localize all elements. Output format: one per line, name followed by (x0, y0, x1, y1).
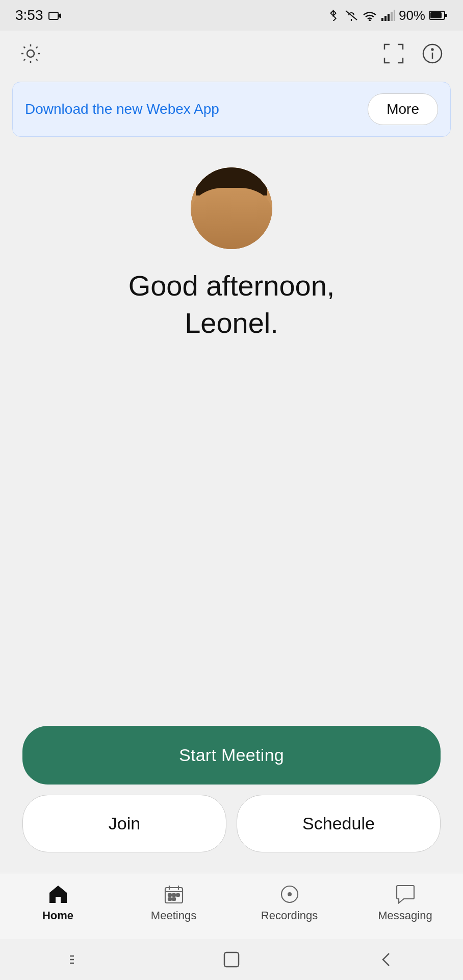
svg-rect-32 (176, 894, 179, 896)
recordings-icon (278, 883, 301, 906)
svg-point-18 (202, 167, 261, 202)
svg-point-16 (432, 49, 433, 51)
gear-icon (19, 42, 42, 65)
svg-point-23 (219, 206, 226, 211)
svg-point-36 (288, 892, 292, 896)
back-button[interactable] (376, 949, 396, 970)
toolbar (0, 31, 463, 77)
settings-button[interactable] (15, 38, 46, 69)
meetings-icon (162, 883, 186, 906)
nav-label-messaging: Messaging (378, 909, 432, 922)
svg-rect-12 (445, 14, 447, 17)
svg-rect-40 (224, 952, 239, 967)
status-icons-right: 90% (326, 8, 448, 23)
system-nav (0, 939, 463, 980)
nav-item-home[interactable]: Home (0, 880, 116, 924)
wifi-icon (362, 10, 377, 21)
svg-rect-31 (172, 894, 175, 896)
avatar (191, 167, 272, 249)
mute-icon (345, 10, 358, 21)
join-button[interactable]: Join (22, 795, 226, 852)
camera-status-icon (48, 10, 62, 21)
greeting-line1: Good afternoon, (128, 267, 335, 305)
avatar-container (191, 167, 272, 249)
svg-rect-0 (49, 12, 58, 19)
nav-item-meetings[interactable]: Meetings (116, 880, 232, 924)
schedule-button[interactable]: Schedule (237, 795, 441, 852)
nav-label-meetings: Meetings (151, 909, 196, 922)
svg-rect-30 (168, 894, 171, 896)
status-bar: 3:53 90% (0, 0, 463, 31)
recent-apps-button[interactable] (67, 951, 87, 968)
messaging-icon (394, 883, 417, 906)
battery-percent: 90% (399, 8, 425, 23)
svg-rect-20 (252, 178, 262, 213)
avatar-face (191, 167, 272, 249)
scan-button[interactable] (378, 38, 409, 69)
svg-rect-34 (172, 898, 175, 900)
info-button[interactable] (417, 38, 448, 69)
svg-rect-21 (221, 229, 242, 249)
svg-point-22 (205, 193, 258, 239)
time-display: 3:53 (15, 7, 43, 23)
signal-icon (381, 10, 395, 21)
info-icon (421, 42, 444, 65)
home-icon (46, 883, 70, 906)
status-time: 3:53 (15, 7, 62, 23)
scan-icon (382, 42, 405, 65)
nav-item-recordings[interactable]: Recordings (232, 880, 347, 924)
nav-label-home: Home (42, 909, 73, 922)
nav-label-recordings: Recordings (261, 909, 318, 922)
main-content: Good afternoon, Leonel. Start Meeting Jo… (0, 147, 463, 873)
secondary-buttons: Join Schedule (22, 795, 441, 852)
svg-rect-33 (168, 898, 171, 900)
svg-line-2 (346, 11, 357, 20)
svg-rect-19 (201, 178, 211, 213)
toolbar-right (378, 38, 448, 69)
nav-item-messaging[interactable]: Messaging (347, 880, 463, 924)
home-button[interactable] (221, 949, 242, 970)
svg-rect-11 (430, 12, 442, 18)
action-buttons: Start Meeting Join Schedule (15, 726, 448, 852)
bottom-nav: Home Meetings Recordings (0, 873, 463, 939)
start-meeting-button[interactable]: Start Meeting (22, 726, 441, 785)
banner-text: Download the new Webex App (25, 101, 219, 117)
svg-rect-9 (394, 10, 395, 21)
svg-rect-7 (388, 14, 390, 21)
bluetooth-icon (326, 10, 341, 21)
svg-point-25 (201, 210, 205, 214)
battery-icon (429, 10, 448, 20)
svg-rect-5 (381, 18, 383, 21)
greeting: Good afternoon, Leonel. (128, 267, 335, 342)
svg-point-24 (237, 206, 244, 211)
greeting-line2: Leonel. (128, 305, 335, 342)
download-banner: Download the new Webex App More (12, 82, 451, 137)
svg-point-4 (369, 19, 371, 21)
avatar-svg (191, 167, 272, 249)
svg-point-13 (27, 50, 34, 57)
svg-rect-6 (384, 16, 387, 21)
more-button[interactable]: More (368, 93, 438, 125)
svg-point-17 (191, 167, 272, 249)
svg-rect-8 (391, 12, 393, 21)
